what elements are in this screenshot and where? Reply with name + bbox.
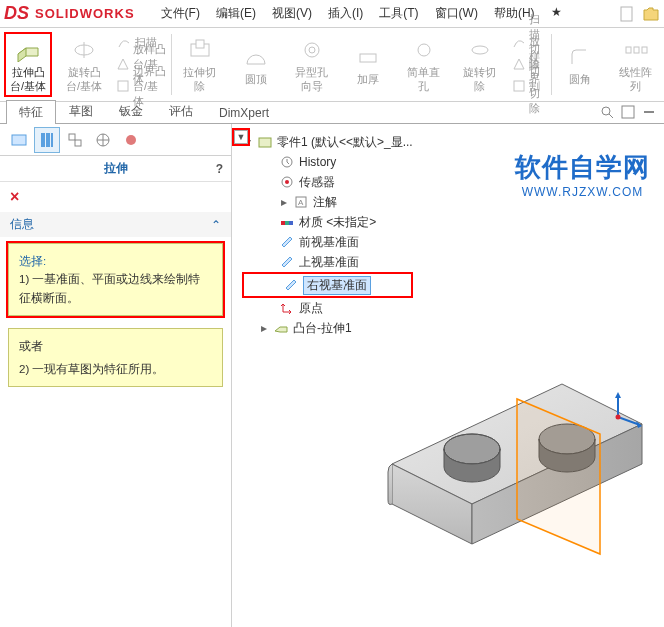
sensors-icon xyxy=(278,174,296,190)
svg-point-9 xyxy=(472,46,488,54)
tab-sheet[interactable]: 钣金 xyxy=(106,99,156,123)
svg-point-42 xyxy=(616,415,621,420)
pm-info-header[interactable]: 信息 ⌃ xyxy=(0,212,231,237)
dome-button[interactable]: 圆顶 xyxy=(232,32,280,97)
tree-history[interactable]: History xyxy=(242,152,413,172)
svg-rect-2 xyxy=(118,81,128,91)
expand-icon[interactable]: ▸ xyxy=(258,321,270,335)
svg-rect-21 xyxy=(51,133,53,147)
plane-icon xyxy=(278,234,296,250)
quick-access xyxy=(618,5,660,23)
hole-wizard-button[interactable]: 异型孔 向导 xyxy=(288,32,336,97)
thicken-button[interactable]: 加厚 xyxy=(344,32,392,97)
tab-dimxpert[interactable]: DimXpert xyxy=(206,102,282,123)
property-manager: 拉伸 ? × 信息 ⌃ 选择: 1) 一基准面、平面或边线来绘制特征横断面。 或… xyxy=(0,124,232,627)
notes-icon: A xyxy=(292,194,310,210)
new-icon[interactable] xyxy=(618,5,636,23)
model-view[interactable] xyxy=(362,354,662,574)
extrude-boss-button[interactable]: 拉伸凸 台/基体 xyxy=(4,32,52,97)
extrude-boss-label: 拉伸凸 台/基体 xyxy=(10,66,46,92)
tab-eval[interactable]: 评估 xyxy=(156,99,206,123)
pm-tab-appearance[interactable] xyxy=(118,127,144,153)
tab-feature[interactable]: 特征 xyxy=(6,100,56,124)
tree-sensors[interactable]: 传感器 xyxy=(242,172,413,192)
svg-point-8 xyxy=(418,44,430,56)
revolve-boss-icon xyxy=(68,36,100,64)
graphics-area[interactable]: ▾ 零件1 (默认<<默认>_显... History 传感器 ▸ A 注解 材… xyxy=(232,124,664,627)
sweep-icon xyxy=(116,34,132,50)
svg-rect-0 xyxy=(621,7,632,21)
ribbon-stack-cut-extra: 扫描切除 放样切割 边界切除 xyxy=(508,30,552,98)
revolve-boss-label: 旋转凸 台/基体 xyxy=(66,66,102,92)
chevron-up-icon: ⌃ xyxy=(211,218,221,232)
simple-hole-icon xyxy=(408,36,440,64)
help-icon[interactable]: ? xyxy=(216,162,223,176)
watermark: 软件自学网 WWW.RJZXW.COM xyxy=(515,150,650,199)
menu-file[interactable]: 文件(F) xyxy=(155,2,206,25)
tree-material[interactable]: 材质 <未指定> xyxy=(242,212,413,232)
tabs-right-tools xyxy=(598,103,658,121)
menu-view[interactable]: 视图(V) xyxy=(266,2,318,25)
minimize-icon[interactable] xyxy=(640,103,658,121)
menu-insert[interactable]: 插入(I) xyxy=(322,2,369,25)
svg-rect-7 xyxy=(360,54,376,62)
simple-hole-button[interactable]: 简单直 孔 xyxy=(400,32,448,97)
hole-wizard-icon xyxy=(296,36,328,64)
revolve-boss-button[interactable]: 旋转凸 台/基体 xyxy=(60,32,108,97)
ribbon-stack-boss-extra: 扫描 放样凸台/基体 边界凸台/基体 xyxy=(112,30,171,98)
svg-rect-4 xyxy=(196,40,204,48)
svg-point-31 xyxy=(285,180,289,184)
svg-rect-23 xyxy=(75,140,81,146)
logo-sw: SOLIDWORKS xyxy=(35,6,135,21)
tree-top-plane[interactable]: 上视基准面 xyxy=(242,252,413,272)
svg-rect-16 xyxy=(622,106,634,118)
ribbon-toolbar: 拉伸凸 台/基体 旋转凸 台/基体 扫描 放样凸台/基体 边界凸台/基体 拉伸切… xyxy=(0,28,664,102)
pm-tabs xyxy=(0,124,231,156)
watermark-en: WWW.RJZXW.COM xyxy=(515,185,650,199)
svg-rect-10 xyxy=(514,81,524,91)
pm-tab-property[interactable] xyxy=(34,127,60,153)
revolve-cut-button[interactable]: 旋转切 除 xyxy=(456,32,504,97)
pm-close-button[interactable]: × xyxy=(0,182,231,212)
pm-tab-dim[interactable] xyxy=(90,127,116,153)
menu-window[interactable]: 窗口(W) xyxy=(429,2,484,25)
linear-pattern-button[interactable]: 线性阵 列 xyxy=(612,32,660,97)
tab-sketch[interactable]: 草图 xyxy=(56,99,106,123)
pm-tab-config[interactable] xyxy=(62,127,88,153)
svg-line-41 xyxy=(618,417,640,425)
svg-rect-13 xyxy=(642,47,647,53)
extrude-feature-icon xyxy=(272,320,290,336)
svg-text:A: A xyxy=(298,198,304,207)
svg-point-6 xyxy=(309,47,315,53)
expand-pane-icon[interactable] xyxy=(619,103,637,121)
extrude-cut-button[interactable]: 拉伸切 除 xyxy=(176,32,224,97)
svg-point-5 xyxy=(305,43,319,57)
menu-star[interactable]: ★ xyxy=(545,2,568,25)
pm-tab-feature-tree[interactable] xyxy=(6,127,32,153)
search-icon[interactable] xyxy=(598,103,616,121)
plane-icon xyxy=(278,254,296,270)
open-icon[interactable] xyxy=(642,5,660,23)
tree-notes[interactable]: ▸ A 注解 xyxy=(242,192,413,212)
menu-tools[interactable]: 工具(T) xyxy=(373,2,424,25)
tree-front-plane[interactable]: 前视基准面 xyxy=(242,232,413,252)
menu-items: 文件(F) 编辑(E) 视图(V) 插入(I) 工具(T) 窗口(W) 帮助(H… xyxy=(155,2,568,25)
menu-edit[interactable]: 编辑(E) xyxy=(210,2,262,25)
boundary-boss-button[interactable]: 边界凸台/基体 xyxy=(112,75,171,97)
boundary-cut-icon xyxy=(512,78,526,94)
pm-select-label: 选择: xyxy=(19,252,212,270)
boundary-cut-button[interactable]: 边界切除 xyxy=(508,75,552,97)
tree-right-plane[interactable]: 右视基准面 xyxy=(246,275,409,295)
material-icon xyxy=(278,214,296,230)
expand-icon[interactable]: ▸ xyxy=(278,195,290,209)
tree-origin[interactable]: 原点 xyxy=(242,298,413,318)
svg-rect-19 xyxy=(41,133,45,147)
flyout-tree-toggle[interactable] xyxy=(232,128,250,146)
extrude-cut-icon xyxy=(184,36,216,64)
svg-rect-36 xyxy=(289,221,293,225)
tree-feature-1[interactable]: ▸ 凸台-拉伸1 xyxy=(242,318,413,338)
fillet-button[interactable]: 圆角 xyxy=(556,32,604,97)
svg-line-15 xyxy=(609,114,613,118)
svg-rect-35 xyxy=(285,221,289,225)
tree-root[interactable]: ▾ 零件1 (默认<<默认>_显... xyxy=(242,132,413,152)
